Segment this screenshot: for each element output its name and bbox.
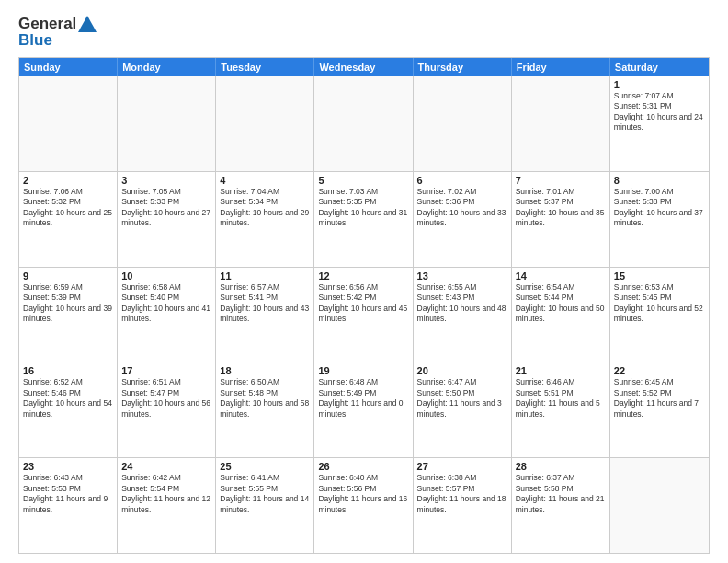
calendar-cell xyxy=(118,76,216,171)
calendar-cell: 20Sunrise: 6:47 AM Sunset: 5:50 PM Dayli… xyxy=(414,362,512,457)
day-info: Sunrise: 6:41 AM Sunset: 5:55 PM Dayligh… xyxy=(220,473,310,515)
day-number: 18 xyxy=(220,365,310,376)
day-number: 7 xyxy=(516,175,606,186)
day-info: Sunrise: 6:57 AM Sunset: 5:41 PM Dayligh… xyxy=(220,282,310,325)
day-number: 14 xyxy=(516,270,606,282)
calendar-row-5: 23Sunrise: 6:43 AM Sunset: 5:53 PM Dayli… xyxy=(19,457,709,553)
calendar-cell: 24Sunrise: 6:42 AM Sunset: 5:54 PM Dayli… xyxy=(118,458,216,553)
page: General Blue SundayMondayTuesdayWednesda… xyxy=(0,0,728,563)
day-number: 25 xyxy=(220,461,310,472)
header: General Blue xyxy=(18,15,710,50)
calendar-cell xyxy=(19,76,118,171)
day-info: Sunrise: 6:48 AM Sunset: 5:49 PM Dayligh… xyxy=(318,377,408,419)
day-number: 19 xyxy=(318,365,408,376)
weekday-header-monday: Monday xyxy=(118,58,216,76)
calendar-cell: 17Sunrise: 6:51 AM Sunset: 5:47 PM Dayli… xyxy=(118,362,216,457)
day-number: 13 xyxy=(417,270,507,282)
calendar-cell: 3Sunrise: 7:05 AM Sunset: 5:33 PM Daylig… xyxy=(118,172,216,267)
calendar-cell: 16Sunrise: 6:52 AM Sunset: 5:46 PM Dayli… xyxy=(19,362,118,457)
calendar-cell: 10Sunrise: 6:58 AM Sunset: 5:40 PM Dayli… xyxy=(118,268,216,362)
day-number: 6 xyxy=(417,175,507,186)
day-number: 16 xyxy=(23,365,113,376)
calendar-row-2: 2Sunrise: 7:06 AM Sunset: 5:32 PM Daylig… xyxy=(19,171,709,267)
day-number: 20 xyxy=(417,365,507,376)
day-number: 5 xyxy=(318,175,408,186)
day-info: Sunrise: 6:47 AM Sunset: 5:50 PM Dayligh… xyxy=(417,377,507,419)
calendar-cell: 4Sunrise: 7:04 AM Sunset: 5:34 PM Daylig… xyxy=(216,172,314,267)
calendar-cell: 27Sunrise: 6:38 AM Sunset: 5:57 PM Dayli… xyxy=(414,458,512,553)
calendar-cell xyxy=(216,76,314,171)
day-number: 26 xyxy=(318,461,408,472)
calendar-cell: 6Sunrise: 7:02 AM Sunset: 5:36 PM Daylig… xyxy=(414,172,512,267)
day-number: 21 xyxy=(516,365,606,376)
day-info: Sunrise: 6:37 AM Sunset: 5:58 PM Dayligh… xyxy=(516,473,606,515)
day-info: Sunrise: 6:54 AM Sunset: 5:44 PM Dayligh… xyxy=(516,282,606,325)
calendar-cell xyxy=(314,76,413,171)
calendar-cell: 2Sunrise: 7:06 AM Sunset: 5:32 PM Daylig… xyxy=(19,172,118,267)
day-info: Sunrise: 6:42 AM Sunset: 5:54 PM Dayligh… xyxy=(121,473,211,515)
weekday-header-wednesday: Wednesday xyxy=(314,58,413,76)
day-number: 28 xyxy=(516,461,606,472)
calendar: SundayMondayTuesdayWednesdayThursdayFrid… xyxy=(18,57,710,554)
calendar-cell: 9Sunrise: 6:59 AM Sunset: 5:39 PM Daylig… xyxy=(19,268,118,362)
calendar-cell: 1Sunrise: 7:07 AM Sunset: 5:31 PM Daylig… xyxy=(610,76,709,171)
calendar-cell: 11Sunrise: 6:57 AM Sunset: 5:41 PM Dayli… xyxy=(216,268,314,362)
calendar-cell: 7Sunrise: 7:01 AM Sunset: 5:37 PM Daylig… xyxy=(512,172,610,267)
calendar-cell: 5Sunrise: 7:03 AM Sunset: 5:35 PM Daylig… xyxy=(314,172,413,267)
day-info: Sunrise: 6:58 AM Sunset: 5:40 PM Dayligh… xyxy=(121,282,211,325)
calendar-cell: 13Sunrise: 6:55 AM Sunset: 5:43 PM Dayli… xyxy=(414,268,512,362)
day-number: 3 xyxy=(121,175,211,186)
calendar-header: SundayMondayTuesdayWednesdayThursdayFrid… xyxy=(19,58,709,76)
calendar-cell: 19Sunrise: 6:48 AM Sunset: 5:49 PM Dayli… xyxy=(314,362,413,457)
day-number: 8 xyxy=(614,175,705,186)
logo-triangle-icon xyxy=(78,16,97,32)
day-info: Sunrise: 7:00 AM Sunset: 5:38 PM Dayligh… xyxy=(614,187,705,229)
day-number: 1 xyxy=(614,79,705,90)
day-number: 11 xyxy=(220,270,310,282)
day-info: Sunrise: 7:07 AM Sunset: 5:31 PM Dayligh… xyxy=(614,91,705,133)
calendar-cell: 22Sunrise: 6:45 AM Sunset: 5:52 PM Dayli… xyxy=(610,362,709,457)
calendar-cell: 12Sunrise: 6:56 AM Sunset: 5:42 PM Dayli… xyxy=(314,268,413,362)
logo: General Blue xyxy=(18,15,97,50)
day-info: Sunrise: 6:46 AM Sunset: 5:51 PM Dayligh… xyxy=(516,377,606,419)
day-number: 24 xyxy=(121,461,211,472)
calendar-cell xyxy=(414,76,512,171)
weekday-header-sunday: Sunday xyxy=(19,58,118,76)
day-info: Sunrise: 6:56 AM Sunset: 5:42 PM Dayligh… xyxy=(318,282,408,325)
calendar-cell: 15Sunrise: 6:53 AM Sunset: 5:45 PM Dayli… xyxy=(610,268,709,362)
calendar-cell: 23Sunrise: 6:43 AM Sunset: 5:53 PM Dayli… xyxy=(19,458,118,553)
calendar-cell: 21Sunrise: 6:46 AM Sunset: 5:51 PM Dayli… xyxy=(512,362,610,457)
day-number: 4 xyxy=(220,175,310,186)
calendar-cell xyxy=(610,458,709,553)
calendar-row-4: 16Sunrise: 6:52 AM Sunset: 5:46 PM Dayli… xyxy=(19,362,709,457)
day-info: Sunrise: 6:45 AM Sunset: 5:52 PM Dayligh… xyxy=(614,377,705,419)
calendar-cell: 28Sunrise: 6:37 AM Sunset: 5:58 PM Dayli… xyxy=(512,458,610,553)
day-number: 10 xyxy=(121,270,211,282)
calendar-cell: 18Sunrise: 6:50 AM Sunset: 5:48 PM Dayli… xyxy=(216,362,314,457)
weekday-header-saturday: Saturday xyxy=(610,58,709,76)
logo-general-text: General xyxy=(18,15,76,33)
day-info: Sunrise: 6:51 AM Sunset: 5:47 PM Dayligh… xyxy=(121,377,211,419)
calendar-cell: 26Sunrise: 6:40 AM Sunset: 5:56 PM Dayli… xyxy=(314,458,413,553)
day-info: Sunrise: 6:55 AM Sunset: 5:43 PM Dayligh… xyxy=(417,282,507,325)
day-number: 12 xyxy=(318,270,408,282)
weekday-header-tuesday: Tuesday xyxy=(216,58,314,76)
calendar-cell: 25Sunrise: 6:41 AM Sunset: 5:55 PM Dayli… xyxy=(216,458,314,553)
calendar-body: 1Sunrise: 7:07 AM Sunset: 5:31 PM Daylig… xyxy=(19,76,709,553)
logo-blue-text: Blue xyxy=(18,31,52,50)
day-number: 9 xyxy=(23,270,113,282)
day-number: 17 xyxy=(121,365,211,376)
day-info: Sunrise: 6:38 AM Sunset: 5:57 PM Dayligh… xyxy=(417,473,507,515)
day-info: Sunrise: 7:01 AM Sunset: 5:37 PM Dayligh… xyxy=(516,187,606,229)
day-number: 15 xyxy=(614,270,705,282)
day-info: Sunrise: 6:53 AM Sunset: 5:45 PM Dayligh… xyxy=(614,282,705,325)
day-info: Sunrise: 6:52 AM Sunset: 5:46 PM Dayligh… xyxy=(23,377,113,419)
calendar-cell: 8Sunrise: 7:00 AM Sunset: 5:38 PM Daylig… xyxy=(610,172,709,267)
day-info: Sunrise: 6:40 AM Sunset: 5:56 PM Dayligh… xyxy=(318,473,408,515)
day-info: Sunrise: 7:03 AM Sunset: 5:35 PM Dayligh… xyxy=(318,187,408,229)
day-number: 22 xyxy=(614,365,705,376)
weekday-header-thursday: Thursday xyxy=(414,58,512,76)
day-number: 27 xyxy=(417,461,507,472)
weekday-header-friday: Friday xyxy=(512,58,610,76)
calendar-row-3: 9Sunrise: 6:59 AM Sunset: 5:39 PM Daylig… xyxy=(19,267,709,362)
